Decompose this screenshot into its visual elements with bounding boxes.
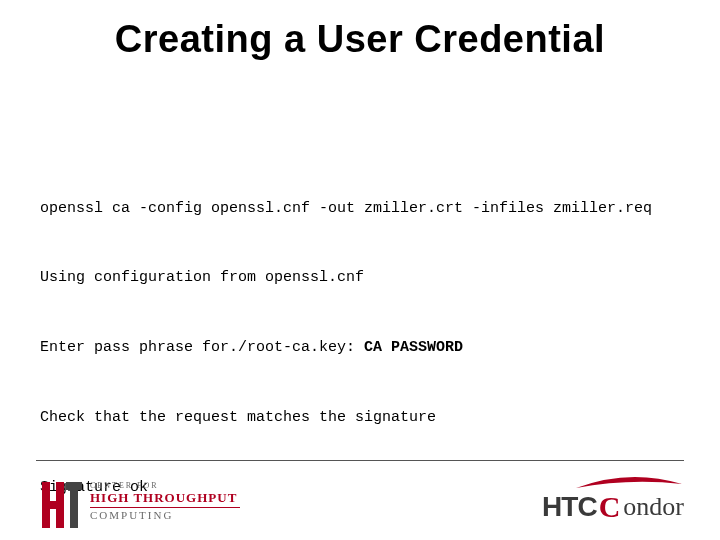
logo-text: CENTER FOR HIGH THROUGHPUT COMPUTING <box>90 482 240 521</box>
logo-htc-center: CENTER FOR HIGH THROUGHPUT COMPUTING <box>36 482 240 528</box>
logo-htcondor: HTCCondor <box>542 490 684 524</box>
code-line: Check that the request matches the signa… <box>40 406 680 429</box>
ht-mark-icon <box>36 482 82 528</box>
logo-c: C <box>599 490 621 524</box>
code-line: Using configuration from openssl.cnf <box>40 266 680 289</box>
prompt-text: Enter pass phrase for./root-ca.key: <box>40 339 364 356</box>
logo-ht: HTC <box>542 491 597 523</box>
code-line: Enter pass phrase for./root-ca.key: CA P… <box>40 336 680 359</box>
logo-ondor: ondor <box>623 492 684 522</box>
logo-line1: CENTER FOR <box>90 482 240 490</box>
footer-divider <box>36 460 684 461</box>
user-input: CA PASSWORD <box>364 339 463 356</box>
slide: Creating a User Credential openssl ca -c… <box>0 0 720 540</box>
slide-title: Creating a User Credential <box>0 18 720 61</box>
code-line: openssl ca -config openssl.cnf -out zmil… <box>40 197 680 220</box>
logo-underline <box>90 507 240 508</box>
logo-line3: COMPUTING <box>90 510 240 521</box>
footer: CENTER FOR HIGH THROUGHPUT COMPUTING HTC… <box>0 460 720 540</box>
logo-line2: HIGH THROUGHPUT <box>90 491 240 504</box>
